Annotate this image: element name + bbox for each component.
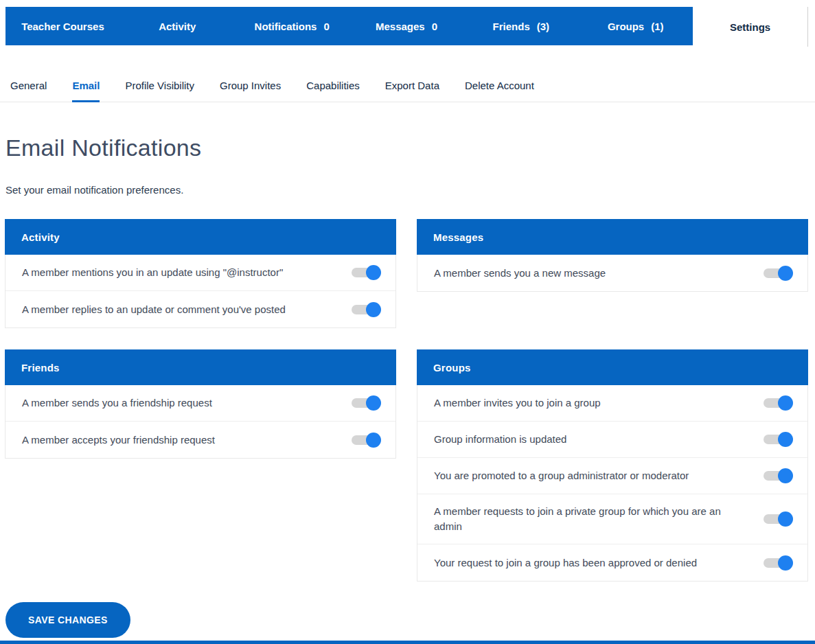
panel-header: Activity bbox=[5, 219, 396, 255]
panel-header: Friends bbox=[5, 349, 396, 385]
tab-email[interactable]: Email bbox=[72, 74, 100, 102]
nav-item-activity[interactable]: Activity bbox=[120, 7, 235, 45]
notification-label: A member sends you a friendship request bbox=[22, 395, 233, 411]
panel-body: A member mentions you in an update using… bbox=[5, 255, 396, 328]
toggle-knob bbox=[778, 266, 793, 281]
nav-item-label: Friends bbox=[493, 21, 530, 32]
panel-title: Messages bbox=[433, 231, 483, 243]
toggle-switch[interactable] bbox=[352, 435, 378, 445]
notification-label: A member mentions you in an update using… bbox=[22, 265, 303, 280]
toggle-switch[interactable] bbox=[764, 268, 790, 278]
notification-label: A member invites you to join a group bbox=[434, 395, 621, 411]
notification-row: A member replies to an update or comment… bbox=[5, 291, 395, 327]
nav-item-count: (3) bbox=[537, 21, 549, 32]
toggle-switch[interactable] bbox=[352, 398, 378, 408]
toggle-switch[interactable] bbox=[764, 558, 790, 568]
save-changes-button[interactable]: SAVE CHANGES bbox=[5, 602, 130, 638]
notification-row: A member mentions you in an update using… bbox=[5, 255, 395, 291]
notification-row: A member sends you a new message bbox=[417, 255, 807, 291]
nav-item-label: Teacher Courses bbox=[21, 21, 104, 32]
nav-item-label: Activity bbox=[159, 21, 196, 32]
page-subtitle: Set your email notification preferences. bbox=[5, 184, 183, 196]
toggle-switch[interactable] bbox=[764, 435, 790, 444]
nav-item-settings[interactable]: Settings bbox=[693, 7, 808, 47]
nav-item-count: 0 bbox=[323, 21, 329, 32]
nav-item-notifications[interactable]: Notifications0 bbox=[235, 7, 349, 45]
nav-item-friends[interactable]: Friends(3) bbox=[463, 7, 578, 45]
notification-label: A member requests to join a private grou… bbox=[434, 504, 764, 534]
nav-item-groups[interactable]: Groups(1) bbox=[578, 7, 693, 45]
tab-group-invites[interactable]: Group Invites bbox=[220, 74, 281, 102]
toggle-knob bbox=[778, 468, 793, 483]
notification-panels: ActivityA member mentions you in an upda… bbox=[5, 219, 808, 582]
notification-label: A member accepts your friendship request bbox=[22, 433, 236, 448]
tab-general[interactable]: General bbox=[10, 74, 47, 102]
nav-item-messages[interactable]: Messages0 bbox=[349, 7, 464, 45]
toggle-knob bbox=[778, 395, 793, 411]
tab-export-data[interactable]: Export Data bbox=[385, 74, 439, 102]
notification-row: A member sends you a friendship request bbox=[5, 385, 395, 422]
panel-header: Messages bbox=[417, 219, 808, 255]
toggle-switch[interactable] bbox=[764, 514, 790, 524]
panel-title: Friends bbox=[21, 362, 60, 373]
page-title: Email Notifications bbox=[5, 135, 201, 161]
panel-friends: FriendsA member sends you a friendship r… bbox=[5, 349, 396, 459]
top-nav: Teacher CoursesActivityNotifications0Mes… bbox=[5, 7, 808, 45]
nav-item-label: Groups bbox=[608, 21, 644, 32]
panel-body: A member sends you a friendship requestA… bbox=[5, 385, 396, 459]
panel-body: A member sends you a new message bbox=[417, 255, 808, 292]
panel-body: A member invites you to join a groupGrou… bbox=[417, 385, 808, 582]
panel-title: Activity bbox=[21, 231, 60, 243]
nav-item-count: (1) bbox=[651, 21, 663, 32]
tab-profile-visibility[interactable]: Profile Visibility bbox=[125, 74, 194, 102]
notification-row: Group information is updated bbox=[417, 422, 807, 458]
tab-capabilities[interactable]: Capabilities bbox=[306, 74, 360, 102]
panel-title: Groups bbox=[433, 362, 471, 373]
nav-item-label: Notifications bbox=[255, 21, 317, 32]
toggle-knob bbox=[366, 395, 381, 411]
notification-label: A member sends you a new message bbox=[434, 266, 626, 281]
tab-delete-account[interactable]: Delete Account bbox=[465, 74, 534, 102]
nav-item-label: Settings bbox=[730, 21, 770, 33]
toggle-switch[interactable] bbox=[352, 268, 378, 277]
notification-row: A member requests to join a private grou… bbox=[417, 494, 807, 544]
notification-row: You are promoted to a group administrato… bbox=[417, 458, 807, 494]
toggle-switch[interactable] bbox=[764, 471, 790, 481]
toggle-knob bbox=[778, 555, 793, 571]
notification-label: A member replies to an update or comment… bbox=[22, 302, 306, 317]
notification-row: A member accepts your friendship request bbox=[5, 422, 395, 458]
notification-label: Your request to join a group has been ap… bbox=[434, 555, 718, 571]
nav-item-teacher-courses[interactable]: Teacher Courses bbox=[5, 7, 120, 45]
toggle-knob bbox=[366, 433, 381, 448]
nav-item-label: Messages bbox=[376, 21, 425, 32]
panel-groups: GroupsA member invites you to join a gro… bbox=[417, 349, 808, 582]
toggle-knob bbox=[366, 302, 381, 317]
panel-header: Groups bbox=[417, 349, 808, 385]
footer-top-strip bbox=[0, 641, 815, 644]
notification-row: A member invites you to join a group bbox=[417, 385, 807, 422]
toggle-knob bbox=[366, 265, 381, 280]
notification-row: Your request to join a group has been ap… bbox=[417, 544, 807, 581]
settings-subtabs: GeneralEmailProfile VisibilityGroup Invi… bbox=[0, 74, 815, 102]
panel-activity: ActivityA member mentions you in an upda… bbox=[5, 219, 396, 328]
notification-label: Group information is updated bbox=[434, 432, 587, 447]
toggle-knob bbox=[778, 432, 793, 447]
toggle-knob bbox=[778, 511, 793, 527]
toggle-switch[interactable] bbox=[352, 305, 378, 314]
notification-label: You are promoted to a group administrato… bbox=[434, 468, 709, 483]
nav-item-count: 0 bbox=[432, 21, 437, 32]
panel-messages: MessagesA member sends you a new message bbox=[417, 219, 808, 292]
toggle-switch[interactable] bbox=[764, 398, 790, 408]
